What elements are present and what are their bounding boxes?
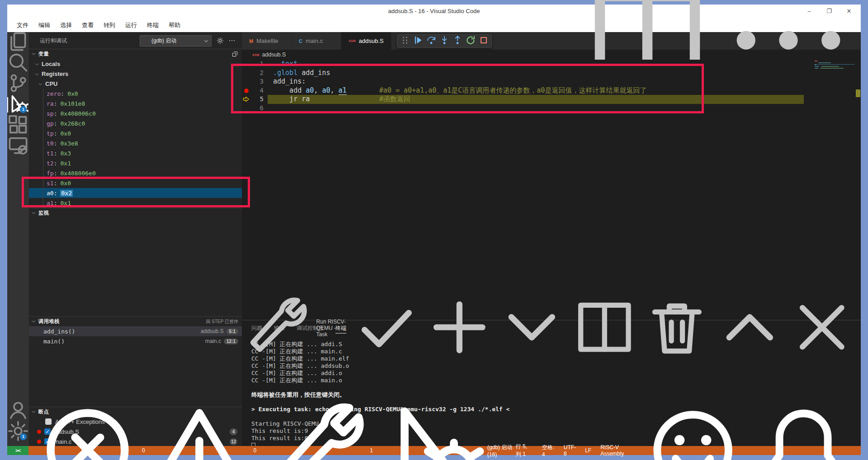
bell-icon[interactable] bbox=[753, 399, 854, 460]
menu-item[interactable]: 运行 bbox=[120, 21, 142, 29]
menu-item[interactable]: 终端 bbox=[142, 21, 164, 29]
editor-actions bbox=[580, 32, 856, 50]
register-value: 0x3e8 bbox=[60, 140, 78, 147]
register-row-gp[interactable]: gp:0x268c0 bbox=[29, 118, 242, 128]
launch-config-dropdown[interactable]: (gdb) 启动 bbox=[140, 35, 212, 47]
variables-header[interactable]: 变量 bbox=[29, 49, 242, 59]
line-number: 4 bbox=[260, 86, 264, 95]
breakpoint-icon[interactable] bbox=[244, 89, 249, 93]
minimap[interactable] bbox=[814, 60, 856, 114]
chevron-down-icon bbox=[34, 71, 39, 76]
menu-item[interactable]: 选择 bbox=[55, 21, 77, 29]
menu-item[interactable]: 转到 bbox=[99, 21, 120, 29]
tab-addsub.S[interactable]: ASMaddsub.S bbox=[341, 32, 392, 50]
workbench: 1 1 运行和调试 (gdb) 启动 变量LocalsRegistersCPUz… bbox=[7, 32, 861, 446]
activity-account-icon[interactable] bbox=[7, 401, 29, 422]
gutter[interactable]: 2 bbox=[242, 69, 268, 78]
eol-setting[interactable]: LF bbox=[585, 447, 591, 454]
explorer-icon bbox=[7, 31, 29, 54]
asm-file-icon: ASM bbox=[349, 39, 356, 42]
step-into-button[interactable] bbox=[439, 36, 449, 46]
feedback-icon[interactable] bbox=[642, 399, 744, 460]
stack-frame[interactable]: main()main.c12:1 bbox=[29, 336, 242, 346]
section-title: 调用堆栈 bbox=[38, 318, 59, 325]
tree-item-registers[interactable]: Registers bbox=[29, 69, 242, 79]
tab-bar: MMakefileCmain.cASMaddsub.S bbox=[242, 32, 861, 50]
register-row-zero[interactable]: zero:0x0 bbox=[29, 89, 242, 99]
gutter[interactable]: 6 bbox=[242, 104, 268, 113]
step-over-button[interactable] bbox=[426, 36, 436, 46]
line-content: add a0, a0, a1 #a0 = a0+a1,a0、a1是C语言调用者传… bbox=[268, 86, 646, 95]
stack-frame[interactable]: add_ins()addsub.S5:1 bbox=[29, 326, 242, 336]
stop-button[interactable] bbox=[479, 36, 489, 46]
activity-search-icon[interactable] bbox=[7, 53, 29, 74]
register-row-s1[interactable]: s1:0x0 bbox=[29, 178, 242, 188]
gear-icon[interactable] bbox=[217, 37, 224, 44]
settings-gear-icon bbox=[7, 420, 29, 444]
gutter[interactable]: 3 bbox=[242, 77, 268, 86]
collapse-all-icon[interactable] bbox=[231, 51, 238, 57]
register-row-sp[interactable]: sp:0x408006c0 bbox=[29, 108, 242, 118]
register-row-a1[interactable]: a1:0x1 bbox=[29, 198, 242, 208]
step-out-button[interactable] bbox=[453, 36, 462, 46]
register-row-a0[interactable]: a0:0x2 bbox=[29, 188, 242, 198]
line-content: .text bbox=[268, 60, 297, 69]
menu-item[interactable]: 编辑 bbox=[33, 21, 55, 29]
menu-item[interactable]: 查看 bbox=[77, 21, 99, 29]
language-mode[interactable]: RISC-V Assembly bbox=[600, 444, 633, 457]
tree-item-locals[interactable]: Locals bbox=[29, 59, 242, 69]
gutter[interactable]: 1 bbox=[242, 60, 268, 69]
register-row-fp[interactable]: fp:0x408006e0 bbox=[29, 168, 242, 178]
activity-remote-explorer-icon[interactable] bbox=[7, 136, 29, 157]
register-value: 0x408006e0 bbox=[60, 170, 95, 177]
more-icon[interactable] bbox=[228, 37, 236, 44]
encoding-setting[interactable]: UTF-8 bbox=[564, 444, 576, 457]
register-row-ra[interactable]: ra:0x101e8 bbox=[29, 99, 242, 108]
debug-status[interactable]: (gdb) 启动 (16) bbox=[379, 397, 516, 460]
activity-settings-gear-icon[interactable]: 1 bbox=[7, 422, 29, 442]
activity-run-debug-icon[interactable]: 1 bbox=[7, 94, 29, 115]
register-row-t2[interactable]: t2:0x1 bbox=[29, 158, 242, 168]
indent-setting[interactable]: 空格: 4 bbox=[542, 444, 555, 458]
watch-header[interactable]: 监视 bbox=[29, 208, 242, 218]
call-stack-header[interactable]: 调用堆栈因 STEP 已暂停 bbox=[29, 316, 242, 326]
remote-indicator[interactable]: >< bbox=[7, 446, 28, 455]
drag-grip-button[interactable] bbox=[400, 36, 410, 46]
gutter[interactable]: 4 bbox=[242, 86, 268, 95]
restart-button[interactable] bbox=[466, 36, 476, 46]
register-value: 0x408006c0 bbox=[60, 110, 95, 117]
line-content: jr ra #函数返回 bbox=[268, 95, 804, 104]
tab-Makefile[interactable]: MMakefile bbox=[242, 32, 292, 50]
breadcrumb-file: addsub.S bbox=[262, 52, 286, 58]
panel-actions: Run RISCV-QEMU - Task bbox=[242, 320, 856, 336]
register-row-t1[interactable]: t1:0x3 bbox=[29, 148, 242, 158]
code-editor[interactable]: 1 .text2.globl add_ins3add_ins:4 add a0,… bbox=[242, 60, 861, 320]
terminal-line: CC -[M] 正在构建 ... main.elf bbox=[251, 355, 856, 362]
tab-main.c[interactable]: Cmain.c bbox=[292, 32, 341, 50]
activity-explorer-icon[interactable] bbox=[7, 32, 29, 53]
terminal-task-label[interactable]: Run RISCV-QEMU - Task bbox=[316, 319, 348, 338]
overview-ruler-marker bbox=[856, 89, 860, 97]
continue-button[interactable] bbox=[413, 36, 423, 46]
activity-extensions-icon[interactable] bbox=[7, 115, 29, 136]
gutter[interactable]: 5 bbox=[242, 95, 268, 104]
variables-section: 变量LocalsRegistersCPUzero:0x0ra:0x101e8sp… bbox=[29, 49, 242, 218]
tasks-status[interactable]: 1 bbox=[263, 397, 373, 460]
register-value: 0x1 bbox=[60, 160, 71, 167]
problems-status[interactable]: 0 0 bbox=[35, 397, 256, 460]
menu-item[interactable]: 文件 bbox=[12, 21, 33, 29]
c-file-icon: C bbox=[299, 38, 302, 44]
register-name: s1 bbox=[47, 180, 54, 187]
line-content: .globl add_ins bbox=[268, 69, 330, 78]
register-row-t0[interactable]: t0:0x3e8 bbox=[29, 138, 242, 148]
terminal-line bbox=[251, 384, 856, 391]
menu-item[interactable]: 帮助 bbox=[164, 21, 185, 29]
cursor-position[interactable]: 行 5, 列 1 bbox=[516, 443, 533, 458]
line-content bbox=[268, 104, 273, 113]
start-debug-icon[interactable] bbox=[143, 38, 149, 44]
activity-source-control-icon[interactable] bbox=[7, 74, 29, 94]
remote-explorer-icon bbox=[7, 135, 29, 158]
sidebar-title: 运行和调试 bbox=[40, 37, 67, 45]
register-row-tp[interactable]: tp:0x0 bbox=[29, 128, 242, 138]
tree-item-cpu[interactable]: CPU bbox=[29, 79, 242, 89]
